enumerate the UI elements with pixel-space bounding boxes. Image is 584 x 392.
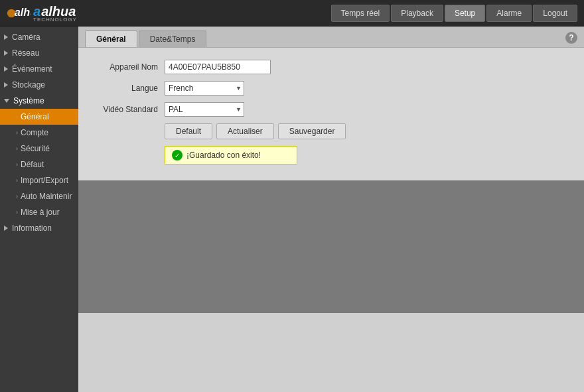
content-area: Général Date&Temps ? Appareil Nom Langue… [78,27,584,392]
success-banner: ✓ ¡Guardado con éxito! [165,146,297,164]
sidebar-label-evenement: Événement [12,64,52,74]
sauvegarder-button[interactable]: Sauvegarder [278,123,346,139]
tab-general[interactable]: Général [85,31,137,47]
svg-text:alhua: alhua [15,6,31,18]
language-row: Langue French English German Spanish ▼ [92,81,571,96]
main-layout: Caméra Réseau Événement Stockage Système… [0,27,584,392]
sidebar-label-information: Information [12,224,52,233]
sidebar-item-systeme[interactable]: Système [0,93,78,109]
sidebar-label-defaut: Défaut [21,160,44,169]
mise-a-jour-arrow-icon: › [16,209,18,216]
sidebar-label-systeme: Système [13,96,44,105]
sidebar-item-evenement[interactable]: Événement [0,61,78,77]
language-label: Langue [92,84,165,93]
information-collapse-icon [4,226,8,231]
header: alhua a alhua TECHNOLOGY Temps réel Play… [0,0,584,27]
logo-sub: TECHNOLOGY [33,17,77,23]
defaut-arrow-icon: › [16,161,18,168]
lower-content [78,180,584,313]
evenement-collapse-icon [4,66,8,72]
nav-logout[interactable]: Logout [533,5,577,22]
tabs-bar: Général Date&Temps [78,27,584,48]
tab-date-temps[interactable]: Date&Temps [139,31,207,47]
sidebar-label-general: Général [21,112,49,121]
sidebar-label-import-export: Import/Export [21,176,68,185]
systeme-expand-icon [4,99,9,103]
sidebar: Caméra Réseau Événement Stockage Système… [0,27,78,392]
sidebar-item-reseau[interactable]: Réseau [0,45,78,61]
nav-alarme[interactable]: Alarme [486,5,532,22]
button-row: Default Actualiser Sauvegarder [165,123,571,139]
sidebar-label-auto-maintenir: Auto Maintenir [21,192,72,201]
dahua-logo-icon: alhua [7,1,31,25]
video-standard-row: Vidéo Standard PAL NTSC ▼ [92,102,571,117]
sidebar-sub-import-export[interactable]: › Import/Export [0,172,78,188]
nav-setup[interactable]: Setup [445,5,485,22]
device-name-input[interactable] [165,60,271,74]
video-standard-label: Vidéo Standard [92,105,165,114]
camera-collapse-icon [4,34,8,40]
sidebar-label-mise-a-jour: Mise à jour [21,208,60,217]
sidebar-item-camera[interactable]: Caméra [0,29,78,45]
stockage-collapse-icon [4,82,8,88]
sidebar-sub-compte[interactable]: › Compte [0,125,78,141]
logo: alhua a alhua TECHNOLOGY [7,1,77,25]
sidebar-label-stockage: Stockage [12,80,45,90]
video-standard-select-wrap: PAL NTSC ▼ [165,102,244,117]
video-standard-select[interactable]: PAL NTSC [165,102,244,117]
reseau-collapse-icon [4,50,8,56]
actualiser-button[interactable]: Actualiser [216,123,274,139]
sidebar-sub-securite[interactable]: › Sécurité [0,141,78,157]
securite-arrow-icon: › [16,145,18,152]
sidebar-label-reseau: Réseau [12,48,39,58]
compte-arrow-icon: › [16,129,18,136]
device-name-row: Appareil Nom [92,60,571,74]
help-icon[interactable]: ? [565,32,577,44]
import-export-arrow-icon: › [16,177,18,184]
sidebar-label-securite: Sécurité [21,144,50,153]
default-button[interactable]: Default [165,123,212,139]
sidebar-label-camera: Caméra [12,33,40,42]
nav-playback[interactable]: Playback [391,5,443,22]
sidebar-sub-general[interactable]: › Général [0,109,78,125]
success-message: ¡Guardado con éxito! [186,151,261,160]
sidebar-sub-defaut[interactable]: › Défaut [0,157,78,172]
sidebar-label-compte: Compte [21,128,48,137]
nav-temps-reel[interactable]: Temps réel [331,5,390,22]
auto-maintenir-arrow-icon: › [16,193,18,200]
tabs-container: Général Date&Temps ? [78,27,584,48]
sidebar-sub-mise-a-jour[interactable]: › Mise à jour [0,204,78,220]
form-area: Appareil Nom Langue French English Germa… [78,48,584,180]
language-select-wrap: French English German Spanish ▼ [165,81,244,96]
device-name-label: Appareil Nom [92,62,165,72]
language-select[interactable]: French English German Spanish [165,81,244,96]
check-icon: ✓ [172,150,183,161]
nav-buttons: Temps réel Playback Setup Alarme Logout [331,5,577,22]
sidebar-sub-auto-maintenir[interactable]: › Auto Maintenir [0,188,78,204]
sidebar-item-information[interactable]: Information [0,220,78,236]
sidebar-item-stockage[interactable]: Stockage [0,77,78,93]
general-arrow-icon: › [16,113,18,120]
